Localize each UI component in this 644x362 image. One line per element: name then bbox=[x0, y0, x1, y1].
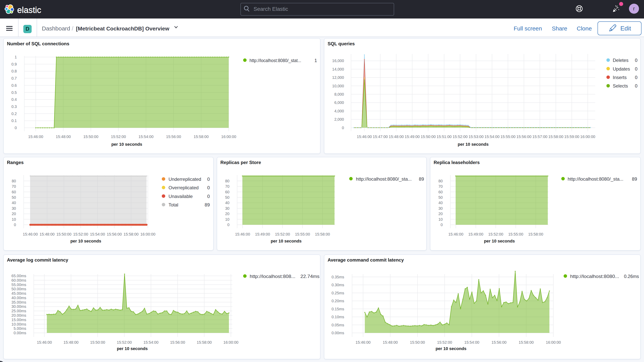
svg-text:15:52:00: 15:52:00 bbox=[452, 134, 468, 139]
svg-text:10.00ms: 10.00ms bbox=[12, 322, 26, 326]
svg-text:http://localhost:8080...: http://localhost:8080... bbox=[570, 274, 619, 279]
svg-text:15:50:00: 15:50:00 bbox=[90, 340, 105, 344]
svg-text:15:56:00: 15:56:00 bbox=[516, 134, 532, 139]
svg-text:15:56:00: 15:56:00 bbox=[170, 340, 185, 344]
svg-text:Overreplicated: Overreplicated bbox=[168, 185, 198, 190]
svg-text:Unavailable: Unavailable bbox=[168, 194, 192, 199]
svg-text:10: 10 bbox=[438, 217, 443, 222]
svg-text:0.20ms: 0.20ms bbox=[332, 299, 344, 303]
svg-text:0.10ms: 0.10ms bbox=[332, 315, 344, 319]
svg-text:15:49:00: 15:49:00 bbox=[255, 232, 270, 236]
svg-text:70: 70 bbox=[438, 184, 443, 188]
svg-text:10: 10 bbox=[225, 217, 230, 222]
svg-text:15:55:00: 15:55:00 bbox=[500, 134, 516, 139]
svg-text:25.00ms: 25.00ms bbox=[12, 309, 26, 313]
svg-text:15:50:00: 15:50:00 bbox=[410, 340, 425, 344]
svg-text:15:58:00: 15:58:00 bbox=[194, 134, 209, 139]
svg-text:16:00:00: 16:00:00 bbox=[221, 134, 236, 139]
svg-text:0: 0 bbox=[207, 185, 210, 190]
svg-text:16:00:00: 16:00:00 bbox=[580, 134, 595, 139]
svg-text:0.05ms: 0.05ms bbox=[332, 323, 344, 327]
svg-text:60: 60 bbox=[225, 190, 230, 194]
svg-text:89: 89 bbox=[204, 202, 210, 208]
svg-text:0.8: 0.8 bbox=[12, 69, 17, 73]
svg-text:1: 1 bbox=[314, 58, 317, 63]
svg-text:20.00ms: 20.00ms bbox=[12, 313, 26, 318]
svg-text:15:46:00: 15:46:00 bbox=[357, 134, 372, 139]
svg-text:89: 89 bbox=[419, 176, 424, 182]
svg-text:0: 0 bbox=[14, 223, 16, 227]
svg-text:15:50:00: 15:50:00 bbox=[83, 134, 98, 139]
svg-text:Updates: Updates bbox=[613, 66, 630, 72]
svg-text:http://localhost:8080/_stat...: http://localhost:8080/_stat... bbox=[250, 58, 301, 63]
svg-text:60: 60 bbox=[438, 190, 443, 194]
svg-text:15:46:00: 15:46:00 bbox=[23, 232, 38, 236]
svg-text:15:54:00: 15:54:00 bbox=[90, 232, 105, 236]
svg-text:per 10 seconds: per 10 seconds bbox=[484, 239, 515, 244]
svg-text:15:48:00: 15:48:00 bbox=[64, 340, 78, 344]
svg-text:15:50:00: 15:50:00 bbox=[56, 232, 71, 236]
svg-text:10,000: 10,000 bbox=[332, 84, 344, 88]
svg-text:30: 30 bbox=[438, 206, 443, 210]
svg-text:80: 80 bbox=[12, 179, 16, 183]
svg-text:15:54:00: 15:54:00 bbox=[464, 340, 479, 344]
svg-text:15:48:00: 15:48:00 bbox=[389, 134, 404, 139]
svg-text:50: 50 bbox=[438, 195, 443, 200]
svg-text:0.9: 0.9 bbox=[12, 62, 17, 66]
svg-text:70: 70 bbox=[12, 184, 16, 188]
svg-text:15:58:00: 15:58:00 bbox=[124, 232, 139, 236]
svg-text:0.26ms: 0.26ms bbox=[624, 274, 639, 279]
svg-text:50.00ms: 50.00ms bbox=[12, 287, 26, 291]
svg-text:15:51:00: 15:51:00 bbox=[436, 134, 452, 139]
svg-text:35.00ms: 35.00ms bbox=[12, 300, 26, 304]
svg-text:0.5: 0.5 bbox=[12, 90, 17, 95]
svg-text:60.00ms: 60.00ms bbox=[12, 278, 26, 282]
svg-text:30.00ms: 30.00ms bbox=[12, 304, 26, 308]
svg-text:2,000: 2,000 bbox=[334, 117, 344, 122]
svg-text:20: 20 bbox=[225, 212, 230, 216]
svg-text:89: 89 bbox=[632, 176, 637, 182]
svg-text:15:49:00: 15:49:00 bbox=[468, 232, 484, 236]
svg-text:80: 80 bbox=[438, 179, 443, 183]
svg-text:0.30ms: 0.30ms bbox=[332, 283, 344, 287]
svg-text:0: 0 bbox=[635, 83, 638, 88]
svg-text:15:58:00: 15:58:00 bbox=[519, 340, 534, 344]
svg-text:15:48:00: 15:48:00 bbox=[56, 134, 71, 139]
svg-text:15:54:00: 15:54:00 bbox=[144, 340, 158, 344]
svg-text:15:46:00: 15:46:00 bbox=[235, 232, 250, 236]
svg-text:1: 1 bbox=[15, 55, 17, 59]
svg-text:40: 40 bbox=[438, 201, 443, 205]
svg-text:40: 40 bbox=[12, 201, 16, 205]
svg-text:15:56:00: 15:56:00 bbox=[492, 340, 506, 344]
svg-text:15:59:00: 15:59:00 bbox=[564, 134, 580, 139]
svg-text:16:00:00: 16:00:00 bbox=[224, 340, 238, 344]
svg-text:Underreplicated: Underreplicated bbox=[168, 176, 201, 182]
svg-text:0.6: 0.6 bbox=[12, 83, 17, 88]
svg-text:20: 20 bbox=[438, 212, 443, 216]
svg-text:per 10 seconds: per 10 seconds bbox=[111, 142, 142, 147]
svg-text:15:52:00: 15:52:00 bbox=[117, 340, 132, 344]
svg-text:Selects: Selects bbox=[613, 83, 628, 88]
svg-text:60: 60 bbox=[12, 190, 16, 194]
svg-text:15:49:00: 15:49:00 bbox=[405, 134, 420, 139]
svg-text:15:52:00: 15:52:00 bbox=[437, 340, 452, 344]
svg-text:15:57:00: 15:57:00 bbox=[532, 134, 548, 139]
svg-text:8,000: 8,000 bbox=[334, 92, 344, 96]
svg-text:30: 30 bbox=[12, 206, 16, 210]
svg-text:15:56:00: 15:56:00 bbox=[107, 232, 122, 236]
svg-text:per 10 seconds: per 10 seconds bbox=[458, 142, 488, 147]
svg-text:15:46:00: 15:46:00 bbox=[37, 340, 52, 344]
svg-text:15:58:00: 15:58:00 bbox=[548, 134, 564, 139]
svg-text:15:55:00: 15:55:00 bbox=[508, 232, 523, 236]
svg-text:55.00ms: 55.00ms bbox=[12, 282, 26, 287]
svg-text:0: 0 bbox=[227, 223, 230, 227]
svg-text:20: 20 bbox=[12, 212, 16, 216]
svg-text:15:50:00: 15:50:00 bbox=[421, 134, 436, 139]
svg-text:15:53:00: 15:53:00 bbox=[468, 134, 484, 139]
svg-text:6,000: 6,000 bbox=[334, 100, 344, 105]
svg-text:0: 0 bbox=[635, 58, 638, 63]
svg-text:40: 40 bbox=[225, 201, 230, 205]
svg-text:per 10 seconds: per 10 seconds bbox=[436, 346, 466, 351]
svg-text:0: 0 bbox=[440, 223, 443, 227]
svg-text:http://localhost:8080/_sta...: http://localhost:8080/_sta... bbox=[356, 176, 412, 182]
